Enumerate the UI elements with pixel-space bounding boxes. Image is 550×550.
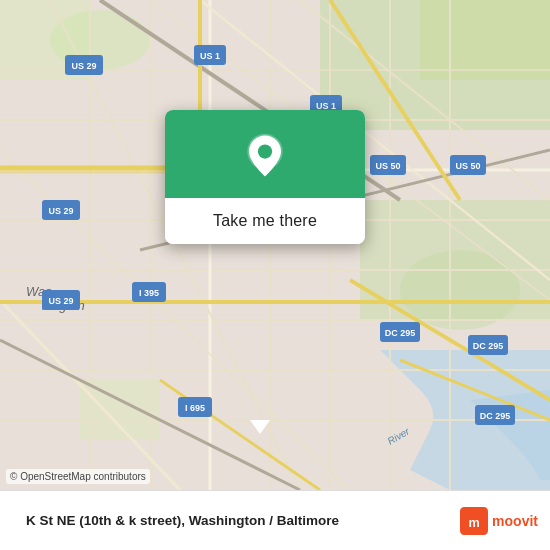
svg-text:US 29: US 29	[71, 61, 96, 71]
svg-rect-5	[80, 380, 160, 440]
moovit-logo: m moovit	[460, 507, 538, 535]
take-me-there-button[interactable]: Take me there	[165, 198, 365, 244]
location-label: K St NE (10th & k street), Washington / …	[26, 513, 436, 528]
moovit-icon: m	[460, 507, 488, 535]
bottom-bar: K St NE (10th & k street), Washington / …	[0, 490, 550, 550]
svg-point-3	[400, 250, 520, 330]
svg-text:DC 295: DC 295	[480, 411, 511, 421]
svg-text:I 395: I 395	[139, 288, 159, 298]
svg-text:US 50: US 50	[375, 161, 400, 171]
location-popup: Take me there	[165, 110, 365, 244]
map-area: hington Was US 29 US 29 US 29 US 1 US 1 …	[0, 0, 550, 490]
svg-text:DC 295: DC 295	[385, 328, 416, 338]
popup-pointer	[250, 420, 270, 434]
popup-header	[165, 110, 365, 198]
moovit-text: moovit	[492, 513, 538, 529]
svg-text:m: m	[469, 515, 480, 529]
svg-text:DC 295: DC 295	[473, 341, 504, 351]
svg-point-68	[258, 144, 272, 158]
location-pin-icon	[241, 132, 289, 180]
map-attribution: © OpenStreetMap contributors	[6, 469, 150, 484]
svg-text:US 29: US 29	[48, 206, 73, 216]
svg-text:I 695: I 695	[185, 403, 205, 413]
svg-text:US 50: US 50	[455, 161, 480, 171]
map-svg: hington Was US 29 US 29 US 29 US 1 US 1 …	[0, 0, 550, 490]
bottom-info: K St NE (10th & k street), Washington / …	[12, 513, 450, 528]
svg-text:US 1: US 1	[200, 51, 220, 61]
svg-text:US 29: US 29	[48, 296, 73, 306]
svg-rect-7	[420, 0, 550, 80]
